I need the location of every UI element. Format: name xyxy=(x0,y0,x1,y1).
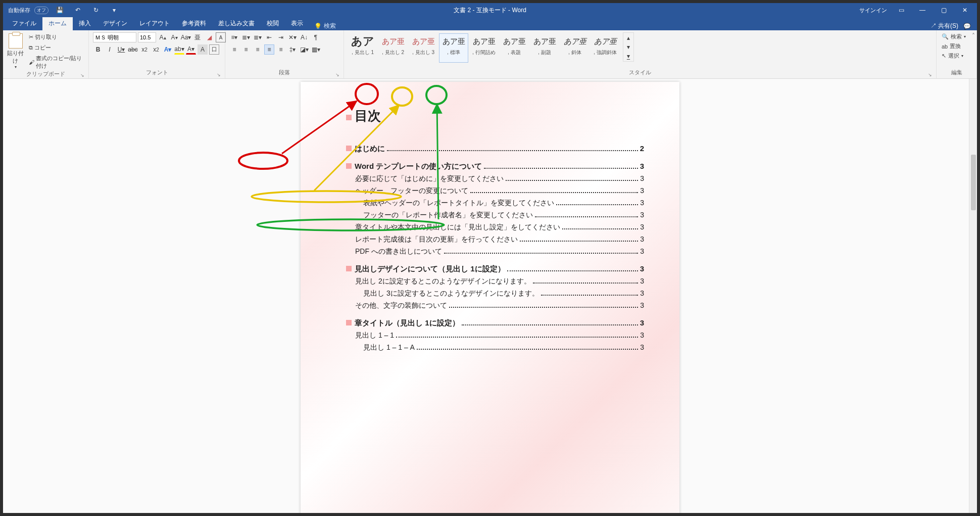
bullets-button[interactable]: ≡▾ xyxy=(229,32,239,42)
tab-view[interactable]: 表示 xyxy=(285,17,309,30)
bullet-icon xyxy=(346,266,352,271)
toc-entry[interactable]: その他、文字の装飾について3 xyxy=(346,301,644,310)
sort-button[interactable]: A↓ xyxy=(299,32,309,42)
copy-button[interactable]: ⧉コピー xyxy=(27,43,84,53)
underline-button[interactable]: U▾ xyxy=(116,44,126,55)
style-row-up[interactable]: ▴ xyxy=(623,33,633,42)
strikethrough-button[interactable]: abc xyxy=(128,44,138,55)
clear-formatting-button[interactable]: ◢ xyxy=(204,32,214,42)
tab-review[interactable]: 校閲 xyxy=(261,17,285,30)
style-見出し1[interactable]: あアˌ 見出し 1 xyxy=(348,33,377,63)
copy-icon: ⧉ xyxy=(29,44,33,51)
undo-icon[interactable]: ↶ xyxy=(71,7,85,14)
font-color-button[interactable]: A▾ xyxy=(186,44,196,55)
style-強調斜体[interactable]: あア亜ˌ 強調斜体 xyxy=(591,33,620,63)
lightbulb-icon: 💡 xyxy=(314,23,322,30)
bold-button[interactable]: B xyxy=(93,44,103,55)
multilevel-button[interactable]: ≣▾ xyxy=(253,32,263,42)
increase-indent-button[interactable]: ⇥ xyxy=(276,32,286,42)
char-border-button[interactable]: 囗 xyxy=(209,44,219,55)
style-見出し3[interactable]: あア亜ˌ 見出し 3 xyxy=(409,33,438,63)
cut-button[interactable]: ✂切り取り xyxy=(27,32,84,42)
char-shading-button[interactable]: A xyxy=(198,44,208,55)
title-bar: 自動保存 オフ 💾 ↶ ↻ ▾ 文書 2 - 互換モード - Word サインイ… xyxy=(3,3,758,17)
justify-button[interactable]: ≡ xyxy=(264,44,274,55)
save-icon[interactable]: 💾 xyxy=(53,7,67,14)
window-title: 文書 2 - 互換モード - Word xyxy=(454,6,526,15)
brush-icon: 🖌 xyxy=(29,59,34,65)
toc-entry[interactable]: Word テンプレートの使い方について3 xyxy=(346,162,644,171)
tab-design[interactable]: デザイン xyxy=(97,17,133,30)
toc-entry[interactable]: 見出し 2に設定するとこのようなデザインになります。3 xyxy=(346,277,644,286)
toc-entry[interactable]: 見出し 1 – 1 – A3 xyxy=(346,343,644,352)
toc-entry[interactable]: ヘッダー、フッターの変更について3 xyxy=(346,186,644,196)
clipboard-icon xyxy=(9,33,23,49)
style-row-down[interactable]: ▾ xyxy=(623,42,633,52)
style-行間詰め[interactable]: あア亜ˌ 行間詰め xyxy=(469,33,499,63)
toc-entry[interactable]: 表紙やヘッダーの「レポートタイトル」を変更してください3 xyxy=(346,199,644,208)
toc-entry[interactable]: 見出し 1 – 13 xyxy=(346,331,644,340)
tell-me-label: 検索 xyxy=(324,22,336,30)
tab-insert[interactable]: 挿入 xyxy=(73,17,97,30)
decrease-indent-button[interactable]: ⇤ xyxy=(264,32,274,42)
asian-layout-button[interactable]: ✕▾ xyxy=(287,32,298,42)
ribbon-tabs: ファイル ホーム 挿入 デザイン レイアウト 参考資料 差し込み文書 校閲 表示… xyxy=(3,17,758,30)
tab-file[interactable]: ファイル xyxy=(6,17,42,30)
style-expand[interactable]: ▾̲ xyxy=(623,52,633,61)
style-副題[interactable]: あア亜ˌ 副題 xyxy=(530,33,559,63)
paste-button[interactable]: 貼り付け ▾ xyxy=(7,32,24,69)
align-right-button[interactable]: ≡ xyxy=(253,44,263,55)
tab-layout[interactable]: レイアウト xyxy=(133,17,176,30)
tell-me-search[interactable]: 💡 検索 xyxy=(309,22,341,30)
bullet-icon xyxy=(346,320,352,325)
page[interactable]: 目次 はじめに2Word テンプレートの使い方について3必要に応じて「はじめに」… xyxy=(301,82,679,399)
grow-font-button[interactable]: A▴ xyxy=(158,32,168,42)
tab-home[interactable]: ホーム xyxy=(42,17,73,30)
italic-button[interactable]: I xyxy=(105,44,115,55)
style-標準[interactable]: あア亜ˌ 標準 xyxy=(439,33,468,63)
font-name-combo[interactable] xyxy=(93,32,136,42)
scissors-icon: ✂ xyxy=(29,34,33,40)
redo-icon[interactable]: ↻ xyxy=(89,7,103,14)
toc-entry[interactable]: レポート完成後は「目次の更新」を行ってください3 xyxy=(346,235,644,244)
format-painter-button[interactable]: 🖌書式のコピー/貼り付け xyxy=(27,54,84,71)
numbering-button[interactable]: ≣▾ xyxy=(241,32,251,42)
superscript-button[interactable]: x2 xyxy=(151,44,161,55)
shading-button[interactable]: ◪▾ xyxy=(299,44,309,55)
toc-entry[interactable]: はじめに2 xyxy=(346,144,644,154)
highlight-button[interactable]: ab▾ xyxy=(174,44,184,55)
dialog-launcher-icon[interactable]: ↘ xyxy=(335,72,339,77)
qat-customize-icon[interactable]: ▾ xyxy=(107,7,121,14)
line-spacing-button[interactable]: ‡▾ xyxy=(287,44,298,55)
align-left-button[interactable]: ≡ xyxy=(229,44,239,55)
toc-entry[interactable]: 章タイトル（見出し 1に設定）3 xyxy=(346,318,644,328)
toc-entry[interactable]: 必要に応じて「はじめに」を変更してください3 xyxy=(346,174,644,183)
group-label: フォント xyxy=(146,69,168,75)
font-size-combo[interactable] xyxy=(138,32,156,42)
group-label: 段落 xyxy=(279,69,290,75)
toc-entry[interactable]: 見出し 3に設定するとこのようなデザインになります。3 xyxy=(346,289,644,298)
text-effects-button[interactable]: A▾ xyxy=(163,44,173,55)
subscript-button[interactable]: x2 xyxy=(139,44,150,55)
toc-entry[interactable]: フッターの「レポート作成者名」を変更してください3 xyxy=(346,211,644,220)
style-表題[interactable]: あア亜ˌ 表題 xyxy=(500,33,529,63)
borders-button[interactable]: ▦▾ xyxy=(311,44,321,55)
shrink-font-button[interactable]: A▾ xyxy=(169,32,179,42)
change-case-button[interactable]: Aa▾ xyxy=(181,32,191,42)
toc-entry[interactable]: 見出しデザインについて（見出し 1に設定）3 xyxy=(346,264,644,274)
phonetic-guide-button[interactable]: 亜 xyxy=(192,32,203,42)
tab-references[interactable]: 参考資料 xyxy=(176,17,212,30)
show-marks-button[interactable]: ¶ xyxy=(311,32,321,42)
style-斜体[interactable]: あア亜ˌ 斜体 xyxy=(560,33,590,63)
autosave-toggle[interactable]: オフ xyxy=(34,7,48,14)
enclose-char-button[interactable]: A xyxy=(216,32,226,42)
distributed-button[interactable]: ≡ xyxy=(276,44,286,55)
dialog-launcher-icon[interactable]: ↘ xyxy=(80,73,84,78)
style-見出し2[interactable]: あア亜ˌ 見出し 2 xyxy=(378,33,408,63)
toc-entry[interactable]: PDF への書き出しについて3 xyxy=(346,247,644,256)
toc-entry[interactable]: 章タイトルや本文中の見出しには「見出し設定」をしてください3 xyxy=(346,223,644,232)
align-center-button[interactable]: ≡ xyxy=(241,44,251,55)
group-label: スタイル xyxy=(629,69,651,75)
tab-mailings[interactable]: 差し込み文書 xyxy=(212,17,261,30)
dialog-launcher-icon[interactable]: ↘ xyxy=(217,72,221,77)
